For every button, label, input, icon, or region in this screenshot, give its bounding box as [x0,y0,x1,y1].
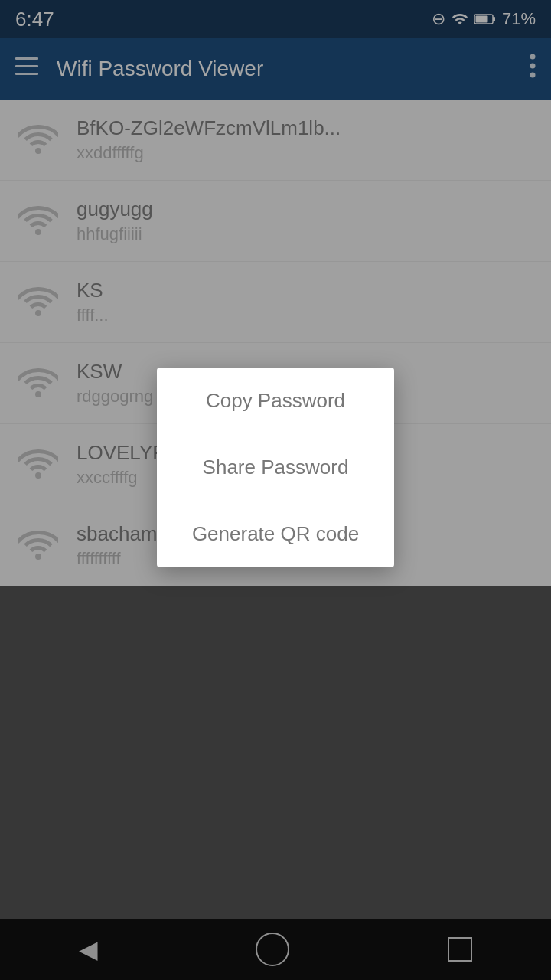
context-menu-dialog: Copy Password Share Password Generate QR… [157,368,394,567]
share-password-button[interactable]: Share Password [157,434,394,501]
dialog-overlay[interactable]: Copy Password Share Password Generate QR… [0,0,551,980]
generate-qr-button[interactable]: Generate QR code [157,501,394,567]
copy-password-button[interactable]: Copy Password [157,368,394,434]
